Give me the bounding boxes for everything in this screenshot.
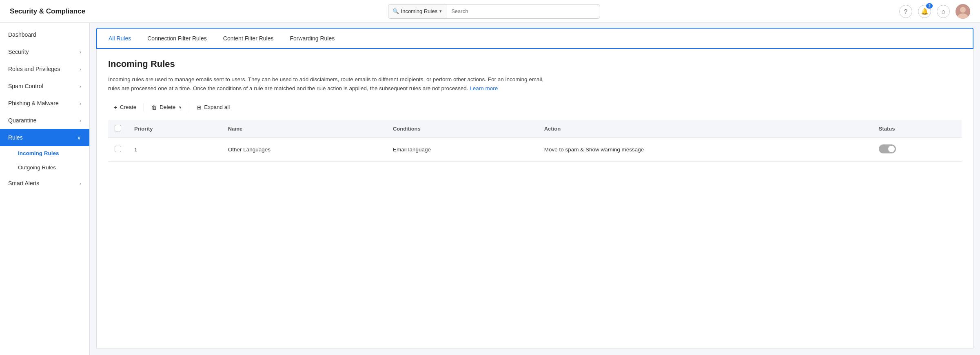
sidebar-item-label: Smart Alerts [8,180,39,186]
search-category[interactable]: 🔍 Incoming Rules ▾ [388,4,447,18]
sidebar-item-quarantine[interactable]: Quarantine › [0,112,89,129]
search-bar: 🔍 Incoming Rules ▾ [388,4,600,19]
sidebar-item-rules[interactable]: Rules ∨ [0,129,89,146]
app-wrapper: Security & Compliance 🔍 Incoming Rules ▾… [0,0,980,355]
table-header-checkbox [108,120,128,138]
sidebar-item-phishing-malware[interactable]: Phishing & Malware › [0,95,89,112]
table-header-action: Action [538,120,872,138]
row-action: Move to spam & Show warning message [538,138,872,162]
create-button[interactable]: + Create [108,101,142,113]
select-all-checkbox[interactable] [115,125,121,131]
page-description: Incoming rules are used to manage emails… [108,75,557,93]
chevron-right-icon: › [80,49,81,55]
expand-all-label: Expand all [204,104,230,110]
content-area: All Rules Connection Filter Rules Conten… [90,23,980,355]
table-body: 1 Other Languages Email language Move to… [108,138,962,162]
svg-point-1 [960,7,966,13]
create-label: Create [120,104,137,110]
table-header-priority: Priority [128,120,222,138]
sidebar-item-smart-alerts[interactable]: Smart Alerts › [0,175,89,192]
sidebar-item-label: Phishing & Malware [8,100,59,106]
sidebar-item-label: Dashboard [8,31,36,38]
avatar-image [956,4,970,19]
chevron-right-icon: › [80,100,81,106]
sidebar-sub-item-incoming-rules[interactable]: Incoming Rules [10,146,89,160]
learn-more-link[interactable]: Learn more [470,85,498,91]
chevron-down-icon: ∨ [77,135,81,141]
table-toolbar: + Create 🗑 Delete ∨ ⊞ Expand all [108,101,962,113]
chevron-right-icon: › [80,118,81,124]
create-icon: + [114,104,118,111]
notification-badge: 2 [926,3,933,9]
expand-all-button[interactable]: ⊞ Expand all [191,101,235,113]
sidebar: Dashboard Security › Roles and Privilege… [0,23,90,355]
home-button[interactable]: ⌂ [937,5,950,18]
tab-forwarding-rules[interactable]: Forwarding Rules [282,28,343,49]
content-main: Incoming Rules Incoming rules are used t… [96,49,973,348]
row-name: Other Languages [222,138,386,162]
table-header: Priority Name Conditions Action Status [108,120,962,138]
row-priority: 1 [128,138,222,162]
search-caret-icon: ▾ [439,9,442,14]
search-category-label: Incoming Rules [401,8,438,14]
row-status [872,138,962,162]
user-avatar[interactable] [956,4,970,19]
help-button[interactable]: ? [899,5,912,18]
table-header-conditions: Conditions [386,120,538,138]
sidebar-item-roles-privileges[interactable]: Roles and Privileges › [0,60,89,78]
main-body: Dashboard Security › Roles and Privilege… [0,23,980,355]
tabs-bar: All Rules Connection Filter Rules Conten… [96,28,973,49]
sidebar-sub-item-outgoing-rules[interactable]: Outgoing Rules [10,160,89,175]
table-header-name: Name [222,120,386,138]
trash-icon: 🗑 [151,104,157,111]
table-header-status: Status [872,120,962,138]
sidebar-item-security[interactable]: Security › [0,43,89,60]
search-icon: 🔍 [392,8,399,14]
tab-content-filter[interactable]: Content Filter Rules [215,28,282,49]
sidebar-sub-menu: Incoming Rules Outgoing Rules [0,146,89,175]
chevron-right-icon: › [80,83,81,89]
home-icon: ⌂ [941,8,945,15]
bell-icon: 🔔 [921,8,929,15]
chevron-right-icon: › [80,66,81,72]
chevron-right-icon: › [80,180,81,186]
tab-all-rules[interactable]: All Rules [107,28,139,49]
row-conditions: Email language [386,138,538,162]
sidebar-item-label: Security [8,49,29,55]
top-header: Security & Compliance 🔍 Incoming Rules ▾… [0,0,980,23]
delete-caret-icon: ∨ [179,105,182,109]
sidebar-item-label: Rules [8,134,23,141]
sidebar-item-dashboard[interactable]: Dashboard [0,26,89,43]
help-icon: ? [904,8,907,15]
sidebar-item-label: Quarantine [8,117,36,124]
header-icons: ? 🔔 2 ⌂ [899,4,970,19]
rules-table: Priority Name Conditions Action Status [108,120,962,162]
notifications-button[interactable]: 🔔 2 [918,5,931,18]
page-title: Incoming Rules [108,59,962,69]
app-title: Security & Compliance [10,7,85,16]
delete-button[interactable]: 🗑 Delete ∨ [146,101,187,113]
expand-icon: ⊞ [197,104,202,111]
search-input[interactable] [446,8,599,14]
row-checkbox-cell [108,138,128,162]
tab-connection-filter[interactable]: Connection Filter Rules [139,28,215,49]
search-bar-wrapper: 🔍 Incoming Rules ▾ [98,4,889,19]
table-row: 1 Other Languages Email language Move to… [108,138,962,162]
toolbar-divider-1 [144,103,144,111]
sidebar-item-label: Spam Control [8,83,43,89]
toolbar-divider-2 [189,103,189,111]
sidebar-item-spam-control[interactable]: Spam Control › [0,78,89,95]
status-toggle[interactable] [879,144,896,153]
sidebar-item-label: Roles and Privileges [8,66,60,72]
delete-label: Delete [160,104,175,110]
row-checkbox[interactable] [115,146,121,152]
